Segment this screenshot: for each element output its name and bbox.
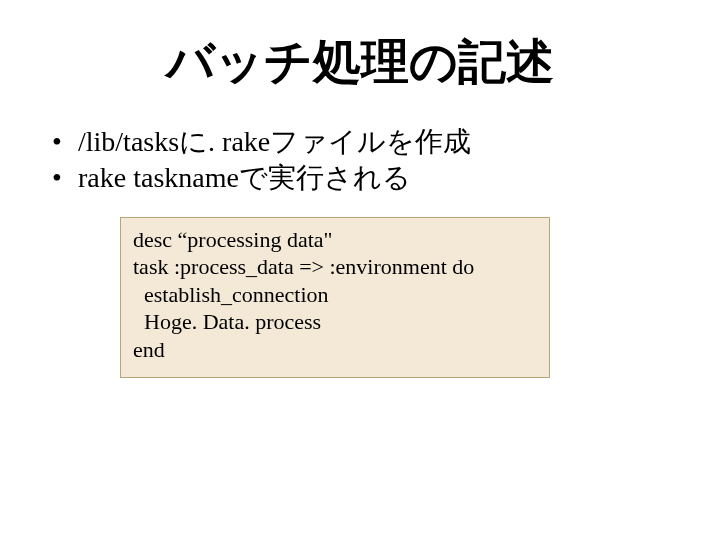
bullet-item: /lib/tasksに. rakeファイルを作成: [50, 124, 680, 160]
code-block: desc “processing data" task :process_dat…: [120, 217, 550, 379]
bullet-item: rake tasknameで実行される: [50, 160, 680, 196]
slide: バッチ処理の記述 /lib/tasksに. rakeファイルを作成 rake t…: [0, 0, 720, 540]
slide-title: バッチ処理の記述: [40, 30, 680, 94]
bullet-list: /lib/tasksに. rakeファイルを作成 rake tasknameで実…: [40, 124, 680, 197]
